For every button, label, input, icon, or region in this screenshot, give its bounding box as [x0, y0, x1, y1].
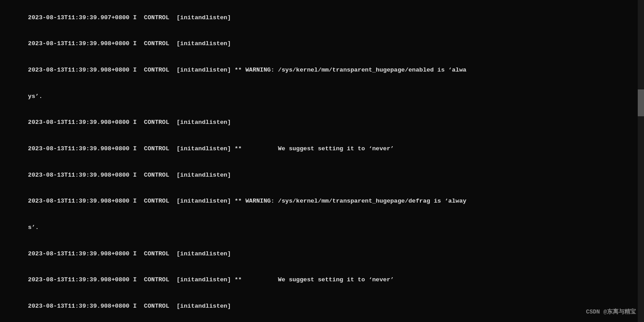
- continuation-text: s’.: [28, 224, 39, 231]
- to-text-1: to: [358, 145, 365, 152]
- log-line-9: 2023-08-13T11:39:39.908+0800 I CONTROL […: [6, 267, 638, 293]
- log-line-4: 2023-08-13T11:39:39.908+0800 I CONTROL […: [6, 110, 638, 136]
- log-line-2: 2023-08-13T11:39:39.908+0800 I CONTROL […: [6, 31, 638, 57]
- terminal-window: 2023-08-13T11:39:39.907+0800 I CONTROL […: [0, 0, 644, 322]
- log-text: 2023-08-13T11:39:39.907+0800 I CONTROL […: [28, 14, 231, 21]
- watermark-text: CSDN @东离与精宝: [586, 309, 636, 315]
- log-line-5: 2023-08-13T11:39:39.908+0800 I CONTROL […: [6, 136, 638, 162]
- log-line-7: 2023-08-13T11:39:39.908+0800 I CONTROL […: [6, 188, 638, 215]
- log-text: 2023-08-13T11:39:39.908+0800 I CONTROL […: [28, 145, 358, 152]
- log-text: 2023-08-13T11:39:39.908+0800 I CONTROL […: [28, 40, 231, 47]
- log-line-7b: s’.: [6, 215, 638, 241]
- log-text: 2023-08-13T11:39:39.908+0800 I CONTROL […: [28, 198, 466, 204]
- log-line-3b: ys’.: [6, 83, 638, 110]
- log-text: 2023-08-13T11:39:39.908+0800 I CONTROL […: [28, 303, 231, 309]
- terminal-content: 2023-08-13T11:39:39.907+0800 I CONTROL […: [6, 4, 638, 318]
- log-text: 2023-08-13T11:39:39.908+0800 I CONTROL […: [28, 119, 231, 126]
- log-text: ‘never’: [365, 145, 394, 152]
- scrollbar-track[interactable]: [638, 0, 644, 322]
- to-text-2: to: [358, 276, 365, 283]
- log-text: 2023-08-13T11:39:39.908+0800 I CONTROL […: [28, 276, 358, 283]
- watermark: CSDN @东离与精宝: [586, 308, 636, 316]
- log-line-8: 2023-08-13T11:39:39.908+0800 I CONTROL […: [6, 241, 638, 267]
- log-text: 2023-08-13T11:39:39.908+0800 I CONTROL […: [28, 172, 231, 178]
- log-text: 2023-08-13T11:39:39.908+0800 I CONTROL […: [28, 250, 231, 257]
- log-line-3: 2023-08-13T11:39:39.908+0800 I CONTROL […: [6, 57, 638, 83]
- log-line-1: 2023-08-13T11:39:39.907+0800 I CONTROL […: [6, 4, 638, 31]
- log-text: ‘never’: [365, 276, 394, 283]
- scrollbar-thumb[interactable]: [638, 89, 644, 116]
- log-line-6: 2023-08-13T11:39:39.908+0800 I CONTROL […: [6, 162, 638, 188]
- log-line-10: 2023-08-13T11:39:39.908+0800 I CONTROL […: [6, 293, 638, 318]
- continuation-text: ys’.: [28, 93, 42, 100]
- log-text: 2023-08-13T11:39:39.908+0800 I CONTROL […: [28, 67, 466, 73]
